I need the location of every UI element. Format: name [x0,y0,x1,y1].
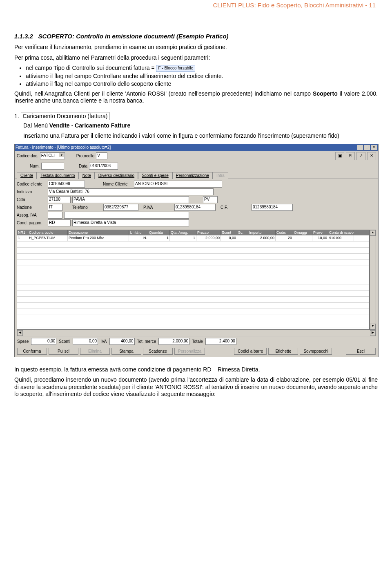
totmerce-field[interactable]: 2.000,00 [158,338,189,345]
pulisci-button[interactable]: Pulisci [49,348,78,355]
tab-sconti[interactable]: Sconti e spese [138,172,172,179]
tab-destinatario[interactable]: Diverso destinatario [95,172,138,179]
esci-button[interactable]: Esci [346,348,376,355]
bullet-list: nel campo Tipo di Controllo sui document… [14,65,378,88]
gh-qa[interactable]: Qta. Anag. [170,230,196,235]
gh-qta[interactable]: Quantità [148,230,170,235]
codici-barre-button[interactable]: Codici a barre [234,348,267,355]
step-1: 1. Caricamento Documento (fattura) Dal M… [14,112,378,140]
gh-imp[interactable]: Importo [248,230,276,235]
cell-um[interactable]: N. [129,235,148,241]
assog-field[interactable] [48,212,62,219]
lbl-codice-doc: Codice doc. [17,154,38,158]
piva-field[interactable]: 01239580184 [174,204,216,211]
cond-desc-field[interactable]: Rimessa Diretta a Vista [72,219,189,226]
gh-nr[interactable]: NR1 [17,230,28,235]
cell-nr[interactable]: 1 [17,235,28,241]
spese-field[interactable]: 0,00 [31,338,56,345]
gh-codic[interactable]: Codic [276,230,293,235]
section-number: 1.1.3.2 [14,33,33,40]
horizontal-scrollbar[interactable]: ◀ ▶ [17,330,376,336]
toolbar-icon-1[interactable]: ▣ [335,152,344,160]
sconti-field[interactable]: 0,00 [73,338,98,345]
cell-conto[interactable]: 910100 [328,235,354,241]
data-field[interactable]: 01/01/2006 [89,163,118,170]
cell-cod[interactable]: H_PCPENTIUM [28,235,68,241]
cell-pr[interactable]: 2.000,00 [196,235,221,241]
step1-lb2: Caricamento Fatture [75,122,130,129]
cell-qa[interactable]: 1 [170,235,196,241]
gh-om[interactable]: Omaggi [293,230,312,235]
protocollo-field[interactable]: V [96,152,107,159]
step-1-number: 1. [14,113,19,119]
bullet-2: attiviamo il flag nel campo Controllare … [26,73,378,80]
cell-desc[interactable]: Pentium Pro 200 Mhz [68,235,129,241]
stampa-button[interactable]: Stampa [111,348,141,355]
gh-sc2[interactable]: Sc. [237,230,248,235]
tab-testata[interactable]: Testata documento [37,172,79,179]
totale-field[interactable]: 2.400,00 [205,338,236,345]
grid-body[interactable]: 1 H_PCPENTIUM Pentium Pro 200 Mhz N. 1 1… [17,235,370,330]
fattura-window: Fattura - Inserimento - [Ultimo protocol… [14,144,379,357]
toolbar-icon-2[interactable]: ⎘ [346,152,355,160]
header-row-2: Num. Data 01/01/2006 [15,161,378,171]
cond-field[interactable]: RD [48,219,71,226]
gh-desc[interactable]: Descrizione [68,230,129,235]
cap-field[interactable]: 27100 [48,196,71,203]
vertical-scrollbar[interactable]: ▲ ▼ [370,230,376,330]
cell-qta[interactable]: 1 [148,235,170,241]
page-body: 1.1.3.2 SCOPERTO: Controllo in emissione… [0,10,392,409]
gh-sc1[interactable]: Scont [221,230,237,235]
cell-codic[interactable]: 20 [276,235,293,241]
cell-sc2[interactable] [237,235,248,241]
toolbar-close-icon[interactable]: ✕ [367,152,376,160]
gh-pr[interactable]: Prezzo [196,230,221,235]
tab-personalizzazione[interactable]: Personalizzazione [172,172,213,179]
intro-paragraph: Per verificare il funzionamento, prendia… [14,44,378,51]
tab-cliente[interactable]: Cliente [17,172,37,179]
grid-row-1[interactable]: 1 H_PCPENTIUM Pentium Pro 200 Mhz N. 1 1… [17,235,369,242]
sovrappacchi-button[interactable]: Sovrappacchi [300,348,332,355]
grid-area: NR1 Codice articolo Descrizione Unità di… [15,230,378,330]
scroll-right-icon[interactable]: ▶ [370,330,376,336]
citta-field[interactable]: PAVIA [72,196,189,203]
tab-note[interactable]: Note [79,172,95,179]
minimize-button[interactable]: _ [357,145,363,150]
etichette-button[interactable]: Etichette [268,348,298,355]
close-button[interactable]: × [371,145,377,150]
cf-field[interactable]: 01239580184 [252,204,293,211]
scroll-down-icon[interactable]: ▼ [370,324,376,329]
scadenze-button[interactable]: Scadenze [143,348,173,355]
gh-conto[interactable]: Conto di ricavo [328,230,354,235]
cell-imp[interactable]: 2.000,00 [248,235,276,241]
indirizzo-field[interactable]: Via Cesare Battisti, 76 [48,188,214,195]
assog-desc-field[interactable] [64,212,189,219]
gh-cod[interactable]: Codice articolo [28,230,68,235]
post-para-1: In questo esempio, la fattura emessa avr… [14,366,378,373]
lbl-spese: Spese [17,339,29,344]
num-field[interactable] [41,163,64,170]
prov-field[interactable]: PV [203,196,218,203]
cell-sc1[interactable]: 0,00 [221,235,237,241]
gh-um[interactable]: Unità di [129,230,148,235]
lbl-piva: P.IVA [143,205,173,210]
maximize-button[interactable]: □ [364,145,370,150]
iva-field[interactable]: 400,00 [109,338,135,345]
scroll-left-icon[interactable]: ◀ [17,330,23,336]
gh-prov[interactable]: Provv [312,230,328,235]
cliente-form: Codice cliente C01050099 Nome Cliente AN… [15,179,378,230]
cell-om[interactable] [293,235,312,241]
header-row-1: Codice doc. FATCLI Protocollo V ▣ ⎘ ↗ ✕ [15,151,378,161]
lbl-cf: C.F. [220,205,250,210]
codice-doc-field[interactable]: FATCLI [40,152,65,159]
telefono-field[interactable]: 0382/229877 [103,204,138,211]
nazione-field[interactable]: IT [48,204,62,211]
cod-cliente-field[interactable]: C01050099 [48,181,85,188]
lbl-num: Num. [17,164,40,168]
cell-prov[interactable]: 10,00 [312,235,328,241]
lbl-protocollo: Protocollo [76,154,94,158]
nome-cliente-field[interactable]: ANTONIO ROSSI [134,181,222,188]
conferma-button[interactable]: Conferma [17,348,47,355]
toolbar-icon-3[interactable]: ↗ [356,152,365,160]
scroll-up-icon[interactable]: ▲ [370,230,376,236]
